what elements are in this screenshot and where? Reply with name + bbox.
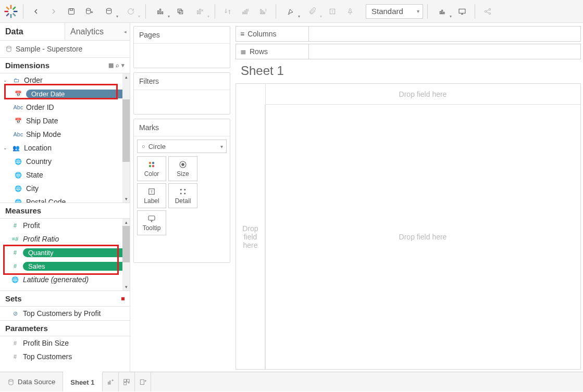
duplicate-sheet-button[interactable] [172,3,189,20]
svg-line-6 [6,13,9,16]
refresh-button[interactable] [120,3,141,20]
share-button[interactable] [479,3,496,20]
swap-button[interactable] [219,3,236,20]
cards-pane: Pages Filters Marks Circle Color Size TL… [130,23,233,372]
field-order-date[interactable]: 📅Order Date [0,87,130,100]
search-icon[interactable]: ⌕ [116,62,119,69]
tab-analytics[interactable]: Analytics◂ [65,23,130,40]
scroll-thumb[interactable] [122,226,130,262]
save-button[interactable] [63,3,80,20]
group-location[interactable]: ⌄👥Location [0,141,130,155]
presentation-button[interactable] [454,3,470,20]
viz-canvas[interactable]: Drop field here Drop field here Drop fie… [235,83,581,370]
fit-selector-label: Standard [371,7,403,16]
columns-shelf[interactable]: ≡Columns [235,26,581,42]
attach-button[interactable] [302,3,323,20]
dim-scrollbar[interactable]: ▴▾ [122,73,130,203]
measures-list: #Profit =#Profit Ratio #Quantity #Sales … [0,219,130,290]
field-quantity[interactable]: #Quantity [0,246,130,259]
pages-card[interactable]: Pages [133,26,230,68]
mark-size-button[interactable]: Size [168,156,197,181]
menu-caret-icon[interactable]: ▾ [121,62,125,69]
new-worksheet-button[interactable] [150,3,171,20]
rows-drop-zone[interactable] [309,44,580,59]
field-order-id[interactable]: AbcOrder ID [0,100,130,114]
group-order[interactable]: ⌄🗀Order [0,73,130,87]
sheet-title[interactable]: Sheet 1 [235,59,583,83]
field-profit[interactable]: #Profit [0,219,130,232]
field-ship-mode[interactable]: AbcShip Mode [0,128,130,141]
drop-rows-hint[interactable]: Drop field here [236,105,265,369]
view-icon[interactable]: ▦ [108,62,114,69]
field-country[interactable]: 🌐Country [0,155,130,168]
field-label: Country [26,157,52,166]
globe-icon: 🌐 [14,158,23,165]
tab-sheet1[interactable]: Sheet 1 [63,372,102,391]
globe-icon: 🌐 [10,276,20,283]
data-pane: Data Analytics◂ Sample - Superstore Dime… [0,23,130,372]
number-icon: # [10,222,20,229]
datasource-label: Sample - Superstore [16,45,82,53]
sets-label: Sets [5,294,22,303]
svg-rect-56 [108,382,109,384]
field-ship-date[interactable]: 📅Ship Date [0,114,130,128]
field-label: Postal Code [26,198,66,203]
new-dashboard-tab[interactable] [119,372,135,391]
svg-text:T: T [331,9,333,13]
field-latitude[interactable]: 🌐Latitude (generated) [0,273,130,286]
field-profit-bin-param[interactable]: #Profit Bin Size [0,336,130,350]
mark-type-selector[interactable]: Circle [137,140,227,153]
sort-asc-button[interactable] [237,3,254,20]
field-label: Ship Mode [26,130,61,138]
field-sales[interactable]: #Sales [0,259,130,273]
field-top-customers-set[interactable]: ⊘Top Customers by Profit [0,307,130,320]
mark-color-button[interactable]: Color [137,156,166,181]
field-state[interactable]: 🌐State [0,168,130,182]
tab-datasource[interactable]: Data Source [0,372,63,391]
filters-card[interactable]: Filters [133,72,230,115]
mea-scrollbar[interactable]: ▴▾ [122,219,130,290]
field-top-customers-param[interactable]: #Top Customers [0,350,130,363]
new-worksheet-tab[interactable] [103,372,119,391]
mark-detail-button[interactable]: Detail [168,183,197,208]
dimensions-list: ⌄🗀Order 📅Order Date AbcOrder ID 📅Ship Da… [0,73,130,203]
mark-label-button[interactable]: TLabel [137,183,166,208]
field-profit-ratio[interactable]: =#Profit Ratio [0,232,130,246]
fit-selector[interactable]: Standard [366,4,423,19]
scroll-up-icon[interactable]: ▴ [122,219,130,226]
svg-rect-57 [109,381,110,384]
svg-rect-18 [179,10,183,14]
date-icon: 📅 [14,118,23,124]
forward-button[interactable] [45,3,62,20]
datasource-item[interactable]: Sample - Superstore [0,41,130,57]
labels-button[interactable]: T [324,3,341,20]
pin-button[interactable] [342,3,358,20]
scroll-up-icon[interactable]: ▴ [122,73,130,81]
scroll-down-icon[interactable]: ▾ [122,283,130,290]
field-city[interactable]: 🌐City [0,182,130,195]
columns-drop-zone[interactable] [309,27,580,41]
red-marker-icon [121,297,125,300]
svg-rect-9 [70,8,72,10]
scroll-thumb[interactable] [122,99,130,162]
show-me-button[interactable] [432,3,453,20]
drop-center-hint[interactable]: Drop field here [265,105,580,369]
rows-shelf[interactable]: ≣Rows [235,44,581,59]
new-datasource-button[interactable] [81,3,97,20]
tab-data[interactable]: Data [0,23,65,40]
mark-tooltip-button[interactable]: Tooltip [137,210,166,235]
back-button[interactable] [28,3,44,20]
new-story-tab[interactable] [135,372,151,391]
sort-desc-button[interactable] [255,3,271,20]
field-postal-code[interactable]: 🌐Postal Code [0,195,130,203]
svg-line-7 [13,7,16,9]
highlight-button[interactable] [280,3,301,20]
sets-header: Sets [0,290,130,307]
mark-btn-label: Detail [175,197,191,205]
autosave-button[interactable] [98,3,119,20]
drop-columns-hint[interactable]: Drop field here [265,84,580,105]
filters-card-title: Filters [134,73,230,90]
parameters-header: Parameters [0,320,130,336]
scroll-down-icon[interactable]: ▾ [122,195,130,203]
clear-sheet-button[interactable] [190,3,210,20]
